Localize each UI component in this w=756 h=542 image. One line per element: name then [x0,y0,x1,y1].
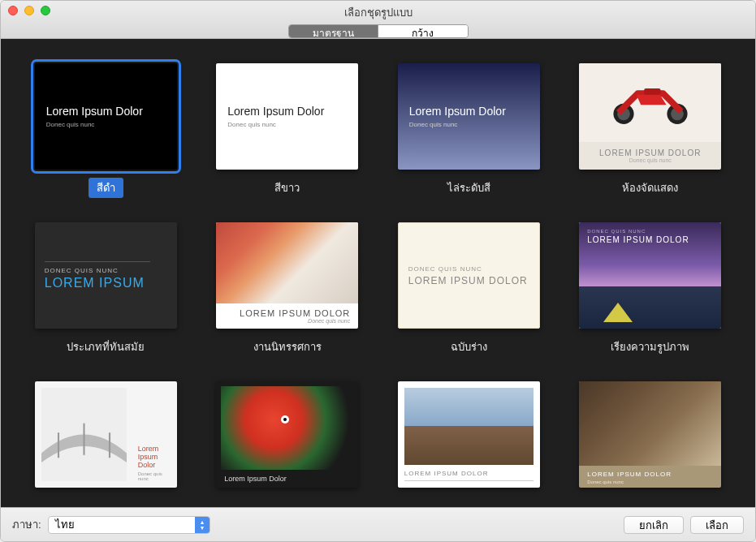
language-label: ภาษา: [12,516,41,533]
template-grid-scroll[interactable]: Lorem Ipsum Dolor Donec quis nunc สีดำ L… [1,39,755,507]
template-showroom[interactable]: LOREM IPSUM DOLOR Donec quis nunc ห้องจั… [578,63,724,198]
thumbnail: LOREM IPSUM DOLOR Donec quis nunc [216,222,358,329]
svg-rect-4 [644,88,660,94]
template-label: สีดำ [89,178,123,198]
window-controls [8,6,50,15]
thumbnail: Lorem Ipsum Dolor Donec quis nunc [35,63,177,170]
theme-chooser-window: เลือกชุดรูปแบบ มาตรฐาน กว้าง Lorem Ipsum… [0,0,756,542]
template-white[interactable]: Lorem Ipsum Dolor Donec quis nunc สีขาว [215,63,361,198]
tab-wide[interactable]: กว้าง [378,25,468,37]
template-gradient[interactable]: Lorem Ipsum Dolor Donec quis nunc ไล่ระด… [396,63,542,198]
language-select[interactable]: ไทย [48,516,210,534]
thumbnail: LOREM IPSUM DOLOR Donec quis nunc [579,63,721,170]
template-exhibition[interactable]: LOREM IPSUM DOLOR Donec quis nunc งานนิท… [215,222,361,357]
template-draft[interactable]: DONEC QUIS NUNC LOREM IPSUM DOLOR ฉบับร่… [396,222,542,357]
template-label: ฉบับร่าง [443,337,495,357]
bottom-toolbar: ภาษา: ไทย ยกเลิก เลือก [1,507,755,541]
thumbnail: DONEC QUIS NUNC LOREM IPSUM DOLOR [398,222,540,329]
tab-standard[interactable]: มาตรฐาน [289,25,378,37]
template-label: งานนิทรรศการ [245,337,330,357]
template-modern[interactable]: DONEC QUIS NUNC LOREM IPSUM ประเภทที่ทัน… [33,222,179,357]
minimize-icon[interactable] [24,6,34,15]
stepper-icon [195,517,210,533]
titlebar: เลือกชุดรูปแบบ มาตรฐาน กว้าง [1,1,755,39]
template-black[interactable]: Lorem Ipsum Dolor Donec quis nunc สีดำ [33,63,179,198]
template-extra-4[interactable]: LOREM IPSUM DOLOR Donec quis nunc [578,381,724,488]
thumbnail: DONEC QUIS NUNC LOREM IPSUM DOLOR [579,222,721,329]
zoom-icon[interactable] [41,6,50,15]
choose-button[interactable]: เลือก [690,516,744,534]
thumbnail: Lorem Ipsum Dolor Donec quis nunc [216,63,358,170]
template-extra-3[interactable]: LOREM IPSUM DOLOR [396,381,542,488]
aspect-segmented-control: มาตรฐาน กว้าง [288,24,469,38]
thumbnail: Lorem Ipsum Dolor Donec quis nunc [35,381,177,488]
template-label: ไล่ระดับสี [439,178,499,198]
motorcycle-icon [579,63,721,142]
template-label: เรียงความรูปภาพ [603,337,698,357]
cancel-button[interactable]: ยกเลิก [624,516,684,534]
thumbnail: LOREM IPSUM DOLOR [398,381,540,488]
template-label: ห้องจัดแสดง [614,178,686,198]
template-extra-2[interactable]: Lorem Ipsum Dolor [215,381,361,488]
template-extra-1[interactable]: Lorem Ipsum Dolor Donec quis nunc [33,381,179,488]
language-value: ไทย [55,516,75,533]
template-photo-essay[interactable]: DONEC QUIS NUNC LOREM IPSUM DOLOR เรียงค… [578,222,724,357]
template-label: สีขาว [266,178,308,198]
thumbnail: Lorem Ipsum Dolor Donec quis nunc [398,63,540,170]
thumbnail: Lorem Ipsum Dolor [216,381,358,488]
close-icon[interactable] [8,6,18,15]
template-grid: Lorem Ipsum Dolor Donec quis nunc สีดำ L… [33,63,723,488]
template-label: ประเภทที่ทันสมัย [58,337,153,357]
thumbnail: LOREM IPSUM DOLOR Donec quis nunc [579,381,721,488]
window-title: เลือกชุดรูปแบบ [344,4,413,21]
thumbnail: DONEC QUIS NUNC LOREM IPSUM [35,222,177,329]
